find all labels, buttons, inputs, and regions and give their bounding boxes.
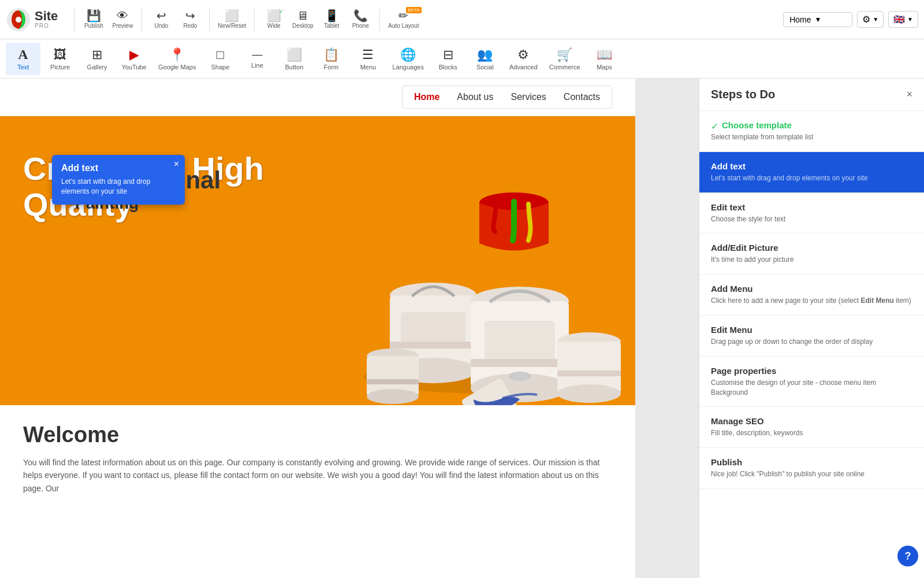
auto-layout-button[interactable]: ✏ BETA Auto Layout [385,3,422,36]
tool-social[interactable]: 👥 Social [468,43,502,75]
tool-languages[interactable]: 🌐 Languages [388,43,428,75]
steps-panel: Steps to Do × ✓ Choose template Select t… [699,79,924,578]
steps-close-button[interactable]: × [906,88,912,101]
step-manage-seo-title: Manage SEO [711,416,912,426]
step-publish[interactable]: Publish Nice job! Click "Publish" to pub… [699,448,924,489]
settings-button[interactable]: ⚙ ▼ [857,11,884,28]
phone-button[interactable]: 📞 Phone [346,3,375,36]
tool-button[interactable]: ⬜ Button [277,43,311,75]
menu-tool-icon: ☰ [362,47,374,62]
beta-badge: BETA [406,7,421,13]
tool-youtube[interactable]: ▶ YouTube [117,43,151,75]
tool-text[interactable]: A Text [6,43,40,75]
tooltip-close-button[interactable]: × [174,160,179,169]
svg-point-14 [508,372,531,381]
welcome-section: Welcome You will find the latest informa… [0,405,635,512]
advanced-tool-icon: ⚙ [517,47,529,62]
tool-menu[interactable]: ☰ Menu [351,43,385,75]
svg-rect-18 [557,370,621,376]
step-edit-menu-desc: Drag page up or down to change the order… [711,337,912,347]
google-maps-tool-icon: 📍 [169,47,185,62]
text-tool-label: Text [17,64,29,71]
step-edit-menu[interactable]: Edit Menu Drag page up or down to change… [699,316,924,357]
youtube-tool-label: YouTube [121,64,146,71]
redo-button[interactable]: ↪ Redo [176,3,204,36]
publish-icon: 💾 [87,10,101,21]
flag-icon: 🇬🇧 [893,14,905,25]
line-tool-icon: — [252,49,262,61]
desktop-button[interactable]: 🖥 Desktop [288,3,317,36]
step-page-properties[interactable]: Page properties Customise the design of … [699,357,924,407]
wide-button[interactable]: ⬜✓ Wide [259,3,288,36]
svg-point-17 [557,384,621,403]
step-manage-seo-desc: Fill title, description, keywords [711,428,912,438]
preview-icon: 👁 [117,10,128,21]
help-button[interactable]: ? [897,546,918,566]
commerce-tool-label: Commerce [549,64,580,71]
second-toolbar: A Text 🖼 Picture ⊞ Gallery ▶ YouTube 📍 G… [0,39,924,79]
nav-contacts[interactable]: Contacts [564,92,600,102]
preview-button[interactable]: 👁 Preview [108,3,137,36]
logo-area: Site PRO [6,7,58,32]
step-edit-menu-title: Edit Menu [711,325,912,335]
step-add-text[interactable]: Add text Let's start with drag and drop … [699,152,924,193]
new-reset-button[interactable]: ⬜ New/Reset [214,3,249,36]
steps-content: ✓ Choose template Select template from t… [699,111,924,578]
tooltip-body: Let's start with drag and drop elements … [61,177,176,197]
settings-dropdown-arrow: ▼ [873,16,878,23]
tool-advanced[interactable]: ⚙ Advanced [505,43,542,75]
page-selector[interactable]: Home ▼ [783,12,852,27]
step-publish-desc: Nice job! Click "Publish" to publish you… [711,469,912,479]
step-choose-template[interactable]: ✓ Choose template Select template from t… [699,111,924,152]
tool-maps[interactable]: 📖 Maps [587,43,622,75]
logo-name: Site [35,10,58,23]
step-edit-text[interactable]: Edit text Choose the style for text [699,193,924,234]
language-button[interactable]: 🇬🇧 ▼ [888,11,918,28]
paint-buckets-svg [318,128,635,405]
wide-icon: ⬜✓ [267,10,281,21]
check-icon: ✓ [711,121,718,132]
shape-tool-label: Shape [211,64,230,71]
step-add-menu-desc: Click here to add a new page to your sit… [711,296,912,306]
tablet-icon: 📱 [325,10,339,21]
welcome-title: Welcome [23,423,612,447]
tool-commerce[interactable]: 🛒 Commerce [545,43,585,75]
google-maps-tool-label: Google Maps [158,64,196,71]
tool-form[interactable]: 📋 Form [314,43,348,75]
tool-picture[interactable]: 🖼 Picture [43,43,77,75]
step-add-edit-picture-desc: It's time to add your picture [711,255,912,265]
hero-image [318,128,635,405]
preview-label: Preview [113,23,133,29]
nav-about[interactable]: About us [457,92,493,102]
undo-icon: ↩ [157,10,166,21]
step-choose-template-desc: Select template from template list [711,132,912,142]
step-choose-template-title: Choose template [722,120,792,130]
picture-tool-label: Picture [50,64,70,71]
undo-label: Undo [154,23,168,29]
step-add-edit-picture[interactable]: Add/Edit Picture It's time to add your p… [699,234,924,275]
undo-button[interactable]: ↩ Undo [147,3,176,36]
website-preview: Home About us Services Contacts Creative… [0,79,635,578]
wide-label: Wide [267,23,281,29]
blocks-tool-label: Blocks [439,64,457,71]
tool-gallery[interactable]: ⊞ Gallery [80,43,114,75]
tool-line[interactable]: — Line [240,43,274,75]
step-add-menu[interactable]: Add Menu Click here to add a new page to… [699,275,924,316]
nav-home[interactable]: Home [414,92,439,102]
step-manage-seo[interactable]: Manage SEO Fill title, description, keyw… [699,407,924,448]
new-reset-icon: ⬜ [225,10,239,21]
publish-button[interactable]: 💾 Publish [79,3,108,36]
nav-services[interactable]: Services [511,92,546,102]
phone-label: Phone [352,23,369,29]
desktop-icon: 🖥 [297,10,308,21]
site-nav-header: Home About us Services Contacts [0,79,635,116]
tool-blocks[interactable]: ⊟ Blocks [431,43,465,75]
canvas-area: Professional Painting Home About us Serv… [0,79,924,578]
separator2 [141,8,142,31]
tool-google-maps[interactable]: 📍 Google Maps [154,43,200,75]
desktop-label: Desktop [292,23,314,29]
step-add-text-desc: Let's start with drag and drop elements … [711,173,912,183]
tablet-button[interactable]: 📱 Tablet [317,3,346,36]
tool-shape[interactable]: □ Shape [203,43,237,75]
separator4 [254,8,255,31]
